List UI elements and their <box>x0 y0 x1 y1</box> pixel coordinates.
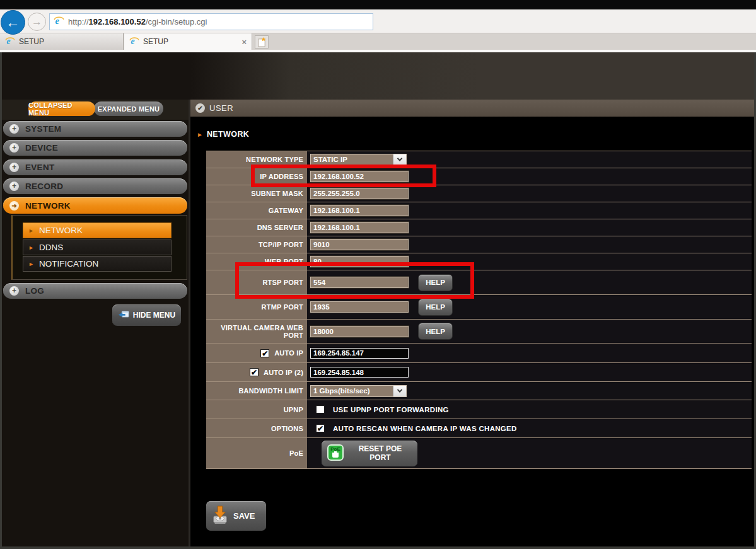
tab-title: SETUP <box>143 37 168 46</box>
sidebar-item-system[interactable]: + SYSTEM <box>3 121 187 137</box>
virtual-camera-web-port-help-button[interactable]: HELP <box>418 323 453 340</box>
form-row-bandwidth-limit: BANDWIDTH LIMIT1 Gbps(bits/sec) <box>206 382 752 400</box>
form-label: RTMP PORT <box>262 303 303 311</box>
reset-poe-port-button[interactable]: PoERESET POE PORT <box>322 441 417 466</box>
row-value-cell <box>307 253 752 270</box>
web-port-input[interactable] <box>310 256 409 267</box>
auto-ip-input[interactable] <box>310 348 409 359</box>
check-circle-icon: ✔ <box>195 103 205 113</box>
tcp-ip-port-input[interactable] <box>310 239 409 250</box>
browser-tab-active[interactable]: e SETUP × <box>124 33 252 50</box>
address-bar[interactable]: e http://192.168.100.52/cgi-bin/setup.cg… <box>49 13 373 30</box>
expanded-menu-button[interactable]: EXPANDED MENU <box>94 101 163 116</box>
form-label: GATEWAY <box>269 207 303 214</box>
submenu-item-network[interactable]: ► NETWORK <box>23 222 172 238</box>
new-tab-button[interactable] <box>255 35 269 49</box>
form-label: IP ADDRESS <box>260 173 303 180</box>
submenu-item-notification[interactable]: ► NOTIFICATION <box>23 256 172 272</box>
form-row-upnp: UPNPUSE UPNP PORT FORWARDING <box>206 400 752 419</box>
form-label: WEB PORT <box>265 258 303 265</box>
rtmp-port-input[interactable] <box>310 301 409 313</box>
form-row-virtual-camera-web-port: VIRTUAL CAMERA WEB PORTHELP <box>206 320 752 344</box>
ie-icon: e <box>54 15 64 28</box>
row-label-cell: DNS SERVER <box>206 219 307 236</box>
row-label-cell: VIRTUAL CAMERA WEB PORT <box>206 320 307 343</box>
svg-text:PoE: PoE <box>330 446 340 452</box>
virtual-camera-web-port-input[interactable] <box>310 326 409 337</box>
form-row-rtsp-port: RTSP PORTHELP <box>206 270 752 295</box>
forward-arrow-icon: → <box>32 16 42 28</box>
select-value: 1 Gbps(bits/sec) <box>311 386 393 396</box>
browser-tab-inactive[interactable]: e SETUP <box>0 33 124 50</box>
form-label: AUTO IP <box>274 349 303 357</box>
form-row-auto-ip-2: ✔AUTO IP (2) <box>206 363 752 382</box>
sidebar-item-device[interactable]: + DEVICE <box>3 140 187 156</box>
chevron-down-icon[interactable] <box>393 386 406 396</box>
plus-icon: + <box>9 182 19 191</box>
use-upnp-port-forwarding-checkbox[interactable] <box>316 405 325 413</box>
sidebar-item-record[interactable]: + RECORD <box>3 178 187 194</box>
plus-icon: + <box>9 286 19 296</box>
row-label-cell: OPTIONS <box>206 419 307 437</box>
rtsp-port-help-button[interactable]: HELP <box>418 274 453 291</box>
forward-button[interactable]: → <box>28 13 46 31</box>
form-label: RTSP PORT <box>262 279 303 286</box>
row-value-cell: ✔AUTO RESCAN WHEN CAMERA IP WAS CHANGED <box>307 419 752 437</box>
rtsp-port-input[interactable] <box>310 277 409 288</box>
subnet-mask-input[interactable] <box>310 188 409 199</box>
dns-server-input[interactable] <box>310 222 409 233</box>
section-header: ► NETWORK <box>197 130 249 139</box>
row-label-cell: BANDWIDTH LIMIT <box>206 382 307 400</box>
form-row-network-type: NETWORK TYPESTATIC IP <box>206 151 752 168</box>
submenu-arrow-icon: ► <box>28 245 34 251</box>
form-row-tcp-ip-port: TCP/IP PORT <box>206 236 752 253</box>
content-area: ► NETWORK NETWORK TYPESTATIC IPIP ADDRES… <box>190 117 756 549</box>
row-value-cell: 1 Gbps(bits/sec) <box>307 382 752 400</box>
ip-address-input[interactable] <box>310 171 409 182</box>
row-value-cell <box>307 202 752 219</box>
auto-ip-checkbox[interactable]: ✔ <box>260 349 269 357</box>
submenu-item-ddns[interactable]: ► DDNS <box>23 240 172 255</box>
form-row-rtmp-port: RTMP PORTHELP <box>206 295 752 320</box>
rtmp-port-help-button[interactable]: HELP <box>418 299 453 316</box>
form-label: TCP/IP PORT <box>259 241 303 248</box>
bandwidth-limit-select[interactable]: 1 Gbps(bits/sec) <box>310 385 407 397</box>
form-label: SUBNET MASK <box>251 190 303 197</box>
chevron-down-icon[interactable] <box>393 154 406 165</box>
checkbox-label: AUTO RESCAN WHEN CAMERA IP WAS CHANGED <box>333 425 517 432</box>
row-value-cell: USE UPNP PORT FORWARDING <box>307 400 752 419</box>
form-label: VIRTUAL CAMERA WEB PORT <box>206 324 303 339</box>
back-arrow-icon: ← <box>6 14 20 31</box>
new-tab-page-icon <box>258 37 266 47</box>
screen: ← → e http://192.168.100.52/cgi-bin/setu… <box>0 0 756 549</box>
poe-icon: PoE <box>327 444 344 463</box>
row-label-cell: ✔AUTO IP (2) <box>206 363 307 381</box>
back-button[interactable]: ← <box>1 10 25 35</box>
sidebar-item-network[interactable]: ➜ NETWORK <box>3 197 187 214</box>
row-value-cell <box>307 219 752 236</box>
row-label-cell: PoE <box>206 438 307 468</box>
save-button[interactable]: SAVE <box>206 501 266 531</box>
row-label-cell: UPNP <box>206 400 307 419</box>
section-title: NETWORK <box>207 130 249 139</box>
form-label: OPTIONS <box>271 425 303 432</box>
network-submenu-panel: ► NETWORK ► DDNS ► NOTIFICATION <box>11 215 187 280</box>
arrow-right-icon: ➜ <box>9 201 19 211</box>
sidebar-item-event[interactable]: + EVENT <box>3 159 187 175</box>
close-icon[interactable]: × <box>241 37 247 47</box>
sidebar-divider <box>189 100 190 549</box>
plus-icon: + <box>9 143 19 153</box>
gateway-input[interactable] <box>310 205 409 216</box>
auto-ip-2-checkbox[interactable]: ✔ <box>250 368 259 376</box>
row-label-cell: RTSP PORT <box>206 270 307 294</box>
section-arrow-icon: ► <box>197 131 203 138</box>
ie-icon: e <box>5 36 15 48</box>
hide-menu-button[interactable]: HIDE MENU <box>112 304 181 326</box>
network-type-select[interactable]: STATIC IP <box>310 154 407 166</box>
auto-rescan-when-camera-ip-was-changed-checkbox[interactable]: ✔ <box>316 424 325 432</box>
sidebar-item-log[interactable]: + LOG <box>3 283 187 299</box>
row-label-cell: TCP/IP PORT <box>206 236 307 253</box>
auto-ip-2-input[interactable] <box>310 367 409 378</box>
row-value-cell: STATIC IP <box>307 151 752 168</box>
collapsed-menu-button[interactable]: COLLAPSED MENU <box>28 101 95 116</box>
